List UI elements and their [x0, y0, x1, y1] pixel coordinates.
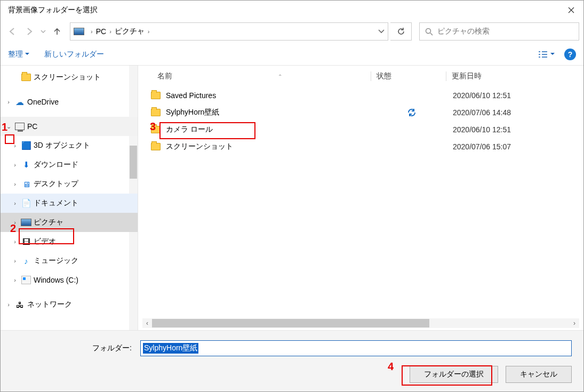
sort-indicator-icon: ⌃ [278, 74, 282, 79]
bottom-panel: フォルダー: SylphyHorn壁紙 フォルダーの選択 キャンセル [1, 330, 583, 391]
forward-button[interactable] [22, 24, 37, 39]
column-name[interactable]: 名前 ⌃ [157, 71, 371, 81]
horizontal-scrollbar[interactable]: ‹ › [142, 318, 579, 328]
organize-menu[interactable]: 整理 [8, 50, 29, 59]
search-icon [425, 28, 433, 36]
sync-icon [377, 108, 446, 117]
help-button[interactable]: ? [564, 49, 576, 60]
expander-icon[interactable]: › [11, 219, 19, 226]
drive-icon [21, 275, 31, 285]
document-icon: 📄 [21, 198, 31, 208]
tree-item-3dobjects[interactable]: › 🟦 3D オブジェクト [1, 136, 138, 155]
tree-item-network[interactable]: › 🖧 ネットワーク [1, 295, 138, 314]
tree-item-onedrive[interactable]: › ☁ OneDrive [1, 92, 138, 111]
expander-icon[interactable]: ⌄ [5, 123, 12, 130]
refresh-button[interactable] [390, 22, 412, 41]
folder-icon [151, 126, 161, 133]
search-placeholder: ピクチャの検索 [437, 27, 490, 36]
objects3d-icon: 🟦 [21, 141, 31, 150]
navigation-tree: スクリーンショット › ☁ OneDrive ⌄ PC › 🟦 3D オブジェク… [1, 66, 138, 330]
expander-icon[interactable]: › [11, 258, 19, 264]
location-icon [74, 28, 84, 35]
view-options-button[interactable] [538, 50, 555, 59]
file-row[interactable]: スクリーンショット 2020/07/06 15:07 [138, 138, 583, 155]
network-icon: 🖧 [14, 300, 25, 309]
select-folder-button[interactable]: フォルダーの選択 [410, 366, 498, 383]
video-icon: 🎞 [21, 237, 31, 246]
toolbar: 整理 新しいフォルダー ? [1, 43, 583, 66]
back-button[interactable] [5, 24, 20, 39]
pc-icon [14, 122, 25, 131]
column-separator[interactable] [371, 71, 371, 81]
tree-item-downloads[interactable]: › ⬇ ダウンロード [1, 155, 138, 174]
scroll-thumb[interactable] [152, 319, 429, 327]
column-date[interactable]: 更新日時 [452, 71, 583, 81]
chevron-right-icon[interactable]: › [87, 28, 96, 35]
tree-item-screenshots[interactable]: スクリーンショット [1, 68, 138, 87]
expander-icon[interactable]: › [11, 238, 19, 245]
expander-icon[interactable]: › [11, 162, 19, 168]
search-input[interactable]: ピクチャの検索 [419, 22, 579, 41]
chevron-right-icon[interactable]: › [106, 28, 115, 35]
tree-item-music[interactable]: › ♪ ミュージック [1, 251, 138, 270]
tree-item-desktop[interactable]: › 🖥 デスクトップ [1, 174, 138, 194]
dialog-body: スクリーンショット › ☁ OneDrive ⌄ PC › 🟦 3D オブジェク… [1, 66, 583, 330]
up-button[interactable] [50, 24, 65, 39]
scroll-left-icon[interactable]: ‹ [142, 319, 152, 327]
cancel-button[interactable]: キャンセル [506, 366, 572, 383]
file-list-pane: 名前 ⌃ 状態 更新日時 Saved Pictures 2020/06/10 1… [138, 66, 583, 330]
breadcrumb-pc[interactable]: PC [96, 27, 106, 36]
column-separator[interactable] [446, 71, 446, 81]
expander-icon[interactable]: › [11, 142, 19, 149]
scroll-right-icon[interactable]: › [570, 319, 579, 327]
tree-item-cdrive[interactable]: › Windows (C:) [1, 270, 138, 290]
window-title: 背景画像フォルダーを選択 [8, 5, 559, 15]
expander-icon[interactable]: › [5, 99, 12, 105]
address-bar[interactable]: › PC › ピクチャ › [70, 22, 388, 41]
expander-icon[interactable]: › [11, 181, 19, 187]
desktop-icon: 🖥 [21, 179, 31, 189]
chevron-right-icon[interactable]: › [145, 28, 153, 35]
folder-field-label: フォルダー: [12, 343, 135, 353]
new-folder-button[interactable]: 新しいフォルダー [44, 50, 104, 59]
expander-icon[interactable]: › [11, 200, 19, 206]
folder-name-value: SylphyHorn壁紙 [143, 343, 198, 354]
title-bar: 背景画像フォルダーを選択 [1, 1, 583, 20]
folder-icon [151, 143, 161, 150]
folder-icon [151, 109, 161, 116]
tree-item-pictures[interactable]: › ピクチャ [1, 213, 138, 232]
chevron-down-icon[interactable] [378, 29, 385, 34]
tree-item-documents[interactable]: › 📄 ドキュメント [1, 194, 138, 213]
pictures-icon [21, 218, 31, 227]
file-row[interactable]: SylphyHorn壁紙 2020/07/06 14:48 [138, 104, 583, 121]
column-headers: 名前 ⌃ 状態 更新日時 [138, 66, 583, 87]
folder-name-input[interactable]: SylphyHorn壁紙 [140, 340, 572, 356]
tree-item-videos[interactable]: › 🎞 ビデオ [1, 232, 138, 251]
file-row[interactable]: Saved Pictures 2020/06/10 12:51 [138, 87, 583, 104]
tree-item-pc[interactable]: ⌄ PC [1, 117, 138, 136]
svg-point-0 [426, 28, 431, 33]
cloud-icon: ☁ [14, 97, 25, 107]
expander-icon[interactable]: › [5, 301, 12, 308]
recent-dropdown[interactable] [39, 24, 47, 39]
nav-row: › PC › ピクチャ › ピクチャの検索 [1, 20, 583, 43]
music-icon: ♪ [21, 256, 31, 266]
breadcrumb-pictures[interactable]: ピクチャ [115, 27, 145, 36]
download-icon: ⬇ [21, 160, 31, 170]
file-row[interactable]: カメラ ロール 2020/06/10 12:51 [138, 121, 583, 138]
folder-icon [151, 92, 161, 99]
folder-picker-dialog: 背景画像フォルダーを選択 › PC › ピクチャ › [0, 0, 584, 392]
expander-icon[interactable]: › [11, 277, 19, 283]
column-status[interactable]: 状態 [377, 71, 446, 81]
close-button[interactable] [559, 1, 583, 20]
